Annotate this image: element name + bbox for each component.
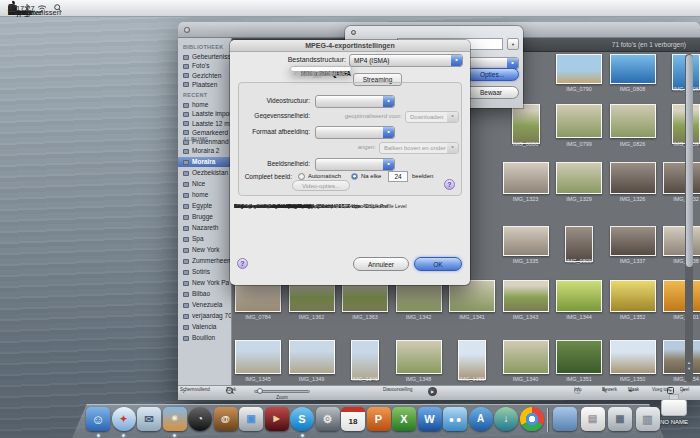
photo-thumb-img-1352[interactable] xyxy=(610,280,656,312)
dock-chrome-icon[interactable] xyxy=(520,407,544,431)
sidebar-item-venezuela[interactable]: Venezuela xyxy=(178,300,232,310)
photo-thumb-img-1326[interactable] xyxy=(610,162,656,194)
vertical-scrollbar[interactable]: ▲▼ xyxy=(685,54,693,382)
photo-thumb-img-0826[interactable] xyxy=(610,104,656,138)
sidebar-item-new-york-pa-e[interactable]: New York Pa e... xyxy=(178,278,232,288)
dock-documents-stack-icon[interactable]: ▤ xyxy=(581,407,605,431)
dock-trash-icon[interactable]: ▥ xyxy=(636,407,660,431)
scrollbar-thumb[interactable] xyxy=(686,55,693,267)
dock-front-row-icon[interactable]: ▶ xyxy=(265,407,289,431)
dock-excel-icon[interactable]: X xyxy=(392,407,416,431)
dock-skype-icon[interactable]: S xyxy=(290,407,314,431)
dock-ical-icon[interactable]: 18 xyxy=(341,407,365,431)
photo-thumb-img-1354[interactable] xyxy=(663,340,700,374)
photo-thumb-img-1401[interactable] xyxy=(663,280,700,312)
sidebar-item-bilbao[interactable]: Bilbao xyxy=(178,289,232,299)
dock-downloads-icon[interactable]: ↓ xyxy=(494,407,518,431)
photo-thumb-img-1338[interactable] xyxy=(663,226,700,256)
photo-thumb-img-1340[interactable] xyxy=(503,340,549,374)
spotlight-icon[interactable] xyxy=(54,4,62,13)
photo-label: IMG_1363 xyxy=(339,314,391,320)
photo-thumb-img-0790[interactable] xyxy=(556,54,602,84)
photo-thumb-img-1349[interactable] xyxy=(289,340,335,374)
clock[interactable]: di 17:27 xyxy=(8,4,35,13)
dock-photo-booth-icon[interactable]: ▣ xyxy=(239,407,263,431)
dock-safari-icon[interactable]: ✦ xyxy=(112,407,136,431)
video-format-popup[interactable]: ▲▼ xyxy=(315,95,395,108)
dock-messenger-icon[interactable]: ☻☻ xyxy=(443,407,467,431)
keyframes-field[interactable]: 24 xyxy=(388,171,408,182)
photo-thumb-img-1337[interactable] xyxy=(610,226,656,256)
photo-thumb-img-1343[interactable] xyxy=(503,280,549,312)
dock-system-preferences-icon[interactable]: ⚙ xyxy=(316,407,340,431)
photo-label: IMG_1341 xyxy=(446,314,498,320)
options-button[interactable]: Opties... xyxy=(465,68,519,81)
dock-word-icon[interactable]: W xyxy=(418,407,442,431)
sidebar-item-valencia[interactable]: Valencia xyxy=(178,322,232,332)
sidebar-item-brugge[interactable]: Brugge xyxy=(178,212,232,222)
save-button[interactable]: Bewaar xyxy=(463,86,519,99)
photo-thumb-img-1329[interactable] xyxy=(556,162,602,194)
dock-files-stack-icon[interactable]: ▦ xyxy=(608,407,632,431)
album-icon xyxy=(183,73,189,78)
album-icon xyxy=(183,226,189,231)
sidebar-item-verjaardag-70[interactable]: verjaardag 70 xyxy=(178,311,232,321)
sidebar-item-egypte[interactable]: Egypte xyxy=(178,201,232,211)
sidebar-item-moraira-2[interactable]: Moraira 2 xyxy=(178,146,232,156)
sidebar-item-sotiris[interactable]: Sotiris xyxy=(178,267,232,277)
photo-thumb-img-0799[interactable] xyxy=(556,104,602,138)
dock-finder-icon[interactable]: ☺ xyxy=(86,407,110,431)
photo-thumb-img-1323[interactable] xyxy=(503,162,549,194)
file-format-label: Bestandsstructuur: xyxy=(234,56,346,63)
sidebar-item-plaatsen[interactable]: Plaatsen xyxy=(178,80,232,90)
sidebar-item-oezbekistan[interactable]: Oezbekistan xyxy=(178,168,232,178)
dock-powerpoint-icon[interactable]: P xyxy=(367,407,391,431)
frame-rate-popup[interactable]: ▲▼ xyxy=(315,158,395,171)
photo-thumb-img-1332[interactable] xyxy=(663,162,700,194)
radio-automatic[interactable] xyxy=(298,173,305,180)
file-format-popup[interactable]: MP4 (ISMA)▲▼ xyxy=(349,54,463,67)
sidebar-item-zummerheem[interactable]: Zummerheem xyxy=(178,256,232,266)
dock-mail-icon[interactable]: ✉ xyxy=(137,407,161,431)
photo-label: IMG_1348 xyxy=(393,376,445,382)
sidebar-item-spa[interactable]: Spa xyxy=(178,234,232,244)
photo-thumb-img-1346[interactable] xyxy=(351,340,379,380)
album-icon xyxy=(183,237,189,242)
image-size-popup[interactable]: ▲▼ xyxy=(315,126,395,139)
ok-button[interactable]: OK xyxy=(414,257,462,271)
photo-thumb-img-1345[interactable] xyxy=(235,340,281,374)
photo-thumb-img-0809[interactable] xyxy=(565,226,593,262)
sidebar-item-nazareth[interactable]: Nazareth xyxy=(178,223,232,233)
sidebar-item-bouillon[interactable]: Bouillon xyxy=(178,333,232,343)
help-button-group[interactable]: ? xyxy=(444,179,455,190)
photo-thumb-img-1348[interactable] xyxy=(396,340,442,374)
aspect-label: angen: xyxy=(326,144,376,150)
dock-app-store-icon[interactable]: A xyxy=(469,407,493,431)
sidebar-item-home[interactable]: home xyxy=(178,190,232,200)
disclosure-button[interactable]: ▼ xyxy=(507,38,519,50)
sidebar-item-new-york[interactable]: New York xyxy=(178,245,232,255)
photo-thumb-img-1355[interactable] xyxy=(458,340,486,380)
wifi-icon[interactable] xyxy=(37,4,47,12)
album-icon xyxy=(183,248,189,253)
dock-address-book-icon[interactable]: @ xyxy=(214,407,238,431)
zoom-slider-knob[interactable] xyxy=(257,388,263,394)
photo-thumb-img-0808[interactable] xyxy=(610,54,656,84)
dock-applications-folder-icon[interactable] xyxy=(553,407,577,431)
help-button[interactable]: ? xyxy=(237,258,248,269)
photo-thumb-img-1344[interactable] xyxy=(556,280,602,312)
album-icon xyxy=(183,292,189,297)
dock-iphoto-icon[interactable]: ☀ xyxy=(163,407,187,431)
scrollbar-arrows[interactable]: ▲▼ xyxy=(685,360,693,372)
photo-label: IMG_1346 xyxy=(339,376,391,382)
photo-thumb-img-1335[interactable] xyxy=(503,226,549,256)
photo-thumb-img-0800[interactable] xyxy=(512,104,540,144)
photo-thumb-img-1351[interactable] xyxy=(556,340,602,374)
dock-dashboard-icon[interactable]: ◔ xyxy=(188,407,212,431)
photo-thumb-img-1350[interactable] xyxy=(610,340,656,374)
sidebar-item-nice[interactable]: Nice xyxy=(178,179,232,189)
radio-every[interactable] xyxy=(351,173,358,180)
sidebar-item-moraira[interactable]: Moraira xyxy=(178,157,232,167)
cancel-button[interactable]: Annuleer xyxy=(353,257,409,271)
keyframes-unit-label: beelden xyxy=(412,173,442,179)
